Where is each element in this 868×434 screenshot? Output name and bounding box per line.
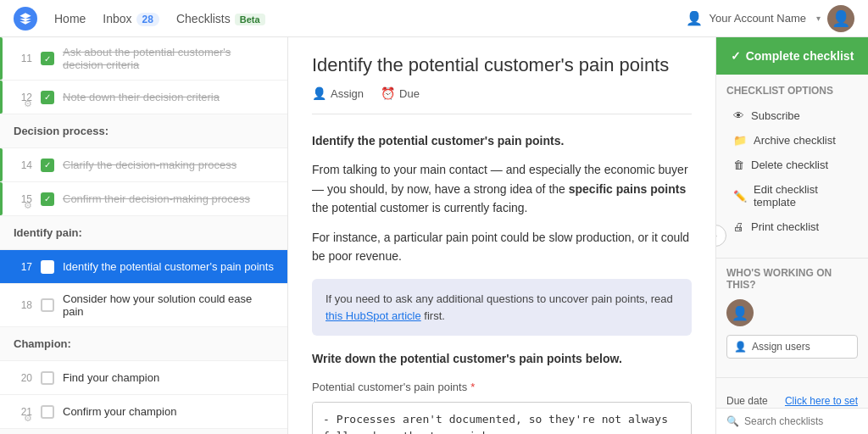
search-bar: 🔍 ⊞ (716, 408, 868, 434)
divider-1 (716, 258, 868, 259)
avatar[interactable]: 👤 (827, 5, 854, 32)
sidebar-item-20[interactable]: 20 Find your champion (0, 361, 287, 395)
nav-home[interactable]: Home (54, 12, 86, 25)
write-down-label: Write down the potential customer's pain… (312, 349, 692, 368)
sidebar: 11 ✓ Ask about the potential customer's … (0, 37, 288, 434)
pain-points-textarea[interactable] (312, 402, 692, 434)
assign-users-label: Assign users (752, 341, 810, 353)
options-title: Checklist options (726, 85, 858, 97)
info-link[interactable]: this HubSpot article (326, 309, 421, 322)
account-icon: 👤 (686, 10, 703, 26)
sidebar-item-21[interactable]: 21 Confirm your champion ⚙ (0, 395, 287, 429)
green-bar-12 (0, 81, 3, 114)
due-date-label: Due date (726, 395, 768, 407)
task-title: Identify the potential customer's pain p… (312, 54, 692, 76)
body-p1-bold: specific pains points (569, 182, 686, 196)
account-name: Your Account Name (709, 12, 806, 25)
item-text-18: Consider how your solution could ease pa… (63, 292, 274, 318)
delete-icon: 🗑 (733, 159, 744, 171)
checkbox-15: ✓ (41, 192, 54, 206)
option-print[interactable]: 🖨 Print checklist (726, 214, 858, 239)
subscribe-icon: 👁 (733, 109, 744, 122)
who-title: Who's working on this? (726, 267, 858, 291)
checkbox-14: ✓ (41, 159, 54, 172)
due-button[interactable]: ⏰ Due (381, 86, 420, 100)
sidebar-item-17[interactable]: 17 Identify the potential customer's pai… (0, 250, 287, 284)
print-label: Print checklist (751, 220, 819, 233)
who-section: Who's working on this? 👤 👤 Assign users (716, 267, 868, 369)
archive-icon: 📁 (733, 134, 747, 147)
green-bar-11 (0, 37, 3, 80)
section-identify-pain: Identify pain: (0, 216, 287, 250)
topnav-right: 👤 Your Account Name ▾ 👤 (686, 5, 854, 32)
sidebar-item-11[interactable]: 11 ✓ Ask about the potential customer's … (0, 37, 287, 81)
click-to-set-link[interactable]: Click here to set (785, 395, 858, 407)
task-meta: 👤 Assign ⏰ Due (312, 86, 692, 114)
search-input[interactable] (744, 415, 868, 427)
section-label-decision: Decision process: (14, 125, 108, 137)
nav-inbox[interactable]: Inbox28 (103, 12, 159, 25)
green-bar-15 (0, 182, 3, 215)
user-avatar: 👤 (726, 299, 754, 326)
sidebar-item-12[interactable]: 12 ✓ Note down their decision criteria ⚙ (0, 81, 287, 114)
complete-checklist-button[interactable]: ✓ Complete checklist (716, 37, 868, 75)
nav-checklists[interactable]: ChecklistsBeta (176, 12, 265, 25)
gear-icon-21: ⚙ (24, 413, 36, 425)
edit-icon: ✏️ (733, 190, 747, 203)
green-bar-14 (0, 148, 3, 181)
checkbox-18 (41, 298, 54, 312)
item-num-14: 14 (14, 159, 32, 171)
required-asterisk: * (470, 379, 475, 397)
option-subscribe[interactable]: 👁 Subscribe (726, 103, 858, 128)
delete-label: Delete checklist (751, 159, 828, 171)
option-delete[interactable]: 🗑 Delete checklist (726, 153, 858, 177)
item-text-15: Confirm their decision-making process (63, 192, 274, 205)
info-after: first. (421, 309, 445, 322)
item-num-17: 17 (14, 261, 32, 273)
sidebar-item-14[interactable]: 14 ✓ Clarify the decision-making process (0, 148, 287, 182)
subscribe-label: Subscribe (751, 109, 800, 122)
item-num-18: 18 (14, 299, 32, 311)
section-decision-process: Decision process: (0, 114, 287, 148)
item-text-21: Confirm your champion (63, 405, 274, 418)
gear-icon-15: ⚙ (24, 200, 36, 212)
sidebar-item-15[interactable]: 15 ✓ Confirm their decision-making proce… (0, 182, 287, 216)
section-label-champion: Champion: (14, 337, 71, 350)
option-archive[interactable]: 📁 Archive checklist (726, 128, 858, 153)
assign-users-icon: 👤 (734, 341, 747, 353)
item-num-20: 20 (14, 372, 32, 384)
layout: 11 ✓ Ask about the potential customer's … (0, 37, 868, 434)
assign-label: Assign (331, 87, 364, 100)
field-label: Potential customer's pain points * (312, 379, 692, 397)
edit-template-label: Edit checklist template (754, 183, 851, 209)
item-text-17: Identify the potential customer's pain p… (63, 260, 274, 273)
right-panel: › ✓ Complete checklist Checklist options… (715, 37, 868, 434)
topnav: Home Inbox28 ChecklistsBeta 👤 Your Accou… (0, 0, 868, 37)
assign-button[interactable]: 👤 Assign (312, 86, 364, 100)
checkbox-20 (41, 371, 54, 385)
due-date-row: Due date Click here to set (726, 395, 858, 407)
checklist-options: Checklist options 👁 Subscribe 📁 Archive … (716, 75, 868, 249)
item-text-14: Clarify the decision-making process (63, 159, 274, 171)
item-num-11: 11 (14, 53, 32, 64)
item-text-20: Find your champion (63, 371, 274, 384)
archive-label: Archive checklist (754, 134, 836, 147)
body-title: Identify the potential customer's pain p… (312, 134, 564, 147)
section-champion: Champion: (0, 327, 287, 361)
chevron-down-icon[interactable]: ▾ (816, 14, 821, 23)
divider-2 (716, 377, 868, 378)
assign-icon: 👤 (312, 86, 326, 100)
inbox-badge: 28 (136, 13, 159, 26)
sidebar-item-18[interactable]: 18 Consider how your solution could ease… (0, 284, 287, 327)
checkbox-21 (41, 405, 54, 419)
checkbox-11: ✓ (41, 52, 54, 65)
task-body: Identify the potential customer's pain p… (312, 131, 692, 434)
body-p1-after: the potential customer is currently faci… (312, 201, 527, 214)
item-text-11: Ask about the potential customer's decis… (63, 46, 274, 71)
assign-users-button[interactable]: 👤 Assign users (726, 335, 858, 359)
section-label-pain: Identify pain: (14, 226, 82, 239)
info-text: If you need to ask any additional questi… (326, 292, 673, 305)
logo[interactable] (14, 7, 37, 31)
option-edit-template[interactable]: ✏️ Edit checklist template (726, 177, 858, 214)
nav-links: Home Inbox28 ChecklistsBeta (54, 12, 686, 25)
